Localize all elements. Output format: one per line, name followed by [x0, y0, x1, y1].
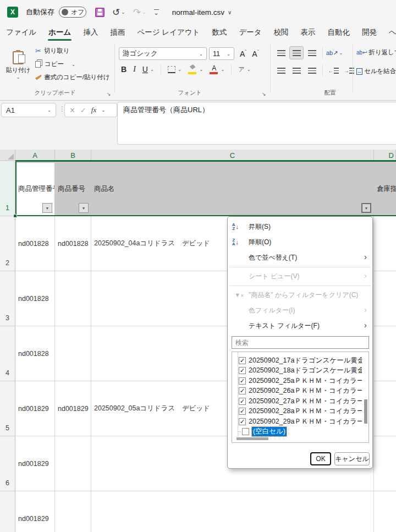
- tab-draw[interactable]: 描画: [104, 28, 131, 42]
- column-header-A[interactable]: A: [15, 150, 55, 161]
- cell-A6[interactable]: nd001829: [16, 436, 54, 491]
- copy-dropdown-icon[interactable]: ⌄: [72, 62, 75, 67]
- checkbox-checked-icon[interactable]: ✓: [239, 377, 246, 385]
- decrease-indent-button[interactable]: ←: [326, 64, 340, 77]
- borders-dropdown-icon[interactable]: ⌄: [178, 67, 182, 72]
- row-header-2[interactable]: 2: [0, 216, 15, 271]
- font-name-dropdown-icon[interactable]: ⌄: [199, 51, 203, 57]
- cell-A7[interactable]: nd001829: [16, 491, 54, 532]
- cell-A3[interactable]: nd001828: [16, 271, 54, 326]
- filter-item[interactable]: ✓ 20250902_17aドラゴンスケール黄金: [232, 355, 362, 366]
- font-dialog-launcher-icon[interactable]: ↘: [262, 91, 266, 97]
- align-center-button[interactable]: [289, 64, 304, 77]
- checkbox-checked-icon[interactable]: ✓: [239, 398, 246, 405]
- grow-font-button[interactable]: Aˆ: [240, 49, 246, 58]
- align-middle-button[interactable]: [289, 46, 304, 59]
- underline-button[interactable]: U: [142, 65, 148, 74]
- filter-button-A[interactable]: ▼: [42, 203, 52, 213]
- tab-data[interactable]: データ: [233, 28, 267, 42]
- align-right-button[interactable]: [305, 64, 319, 77]
- phonetic-guide-button[interactable]: ア: [238, 65, 244, 74]
- filter-item[interactable]: ✓ 20250902_26aＰＫＨＭ・コイカラー: [232, 386, 362, 396]
- checkbox-checked-icon[interactable]: ✓: [239, 418, 246, 425]
- enter-entry-icon[interactable]: ✓: [80, 106, 86, 114]
- checkbox-checked-icon[interactable]: ✓: [239, 387, 246, 394]
- filter-item[interactable]: ✓ 20250902_28aＰＫＨＭ・コイカラー: [232, 406, 362, 416]
- align-bottom-button[interactable]: [305, 46, 319, 59]
- fill-color-dropdown-icon[interactable]: ⌄: [199, 67, 203, 72]
- format-painter-button[interactable]: 書式のコピー/貼り付け: [35, 73, 110, 81]
- font-color-dropdown-icon[interactable]: ⌄: [221, 67, 224, 72]
- row-header-1[interactable]: 1: [0, 162, 15, 216]
- filter-item-blank-cells[interactable]: (空白セル): [232, 426, 362, 437]
- font-size-dropdown-icon[interactable]: ⌄: [227, 51, 230, 57]
- cancel-button[interactable]: キャンセル: [334, 452, 370, 465]
- filter-button-B[interactable]: ▼: [79, 203, 89, 213]
- cut-button[interactable]: ✂ 切り取り: [35, 47, 69, 55]
- tab-insert[interactable]: 挿入: [77, 28, 104, 42]
- merge-cells-button[interactable]: ↔ セルを結合し: [356, 67, 396, 75]
- paste-dropdown-icon[interactable]: ⌄: [16, 74, 20, 80]
- name-box[interactable]: A1 ⌄: [1, 103, 56, 117]
- filter-search-input[interactable]: [232, 336, 369, 349]
- document-title[interactable]: normal-item.csv: [172, 8, 224, 17]
- quick-access-customize-icon[interactable]: ⌄: [154, 9, 159, 15]
- cell-A2[interactable]: nd001828: [16, 216, 54, 271]
- menu-item-sort-descending[interactable]: ZA↓ 降順(O): [228, 234, 372, 250]
- row-header-6[interactable]: 6: [0, 436, 15, 491]
- clipboard-dialog-launcher-icon[interactable]: ↘: [107, 91, 111, 97]
- filter-button-C[interactable]: ▼: [361, 203, 371, 213]
- tab-help[interactable]: ヘルプ: [383, 28, 396, 42]
- tab-developer[interactable]: 開発: [356, 28, 383, 42]
- font-color-button[interactable]: A: [210, 64, 218, 74]
- shrink-font-button[interactable]: Aˇ: [252, 49, 258, 58]
- resize-grip-icon[interactable]: ⋱: [366, 462, 371, 468]
- increase-indent-button[interactable]: →: [342, 64, 356, 77]
- orientation-button[interactable]: ab↗: [326, 50, 338, 57]
- align-top-button[interactable]: [274, 46, 288, 59]
- tab-file[interactable]: ファイル: [0, 28, 42, 42]
- font-name-select[interactable]: 游ゴシック ⌄: [119, 47, 207, 60]
- filter-item[interactable]: ✓ 20250902_18aドラゴンスケール黄金: [232, 365, 362, 376]
- undo-dropdown-icon[interactable]: ⌄: [121, 9, 125, 15]
- menu-item-text-filter[interactable]: テキスト フィルター(F) ›: [228, 318, 372, 333]
- tab-formulas[interactable]: 数式: [206, 28, 233, 42]
- font-size-select[interactable]: 11 ⌄: [209, 47, 234, 60]
- phonetic-dropdown-icon[interactable]: ⌄: [247, 67, 251, 72]
- cell-A5[interactable]: nd001829: [16, 381, 54, 436]
- checkbox-unchecked-icon[interactable]: [242, 428, 249, 435]
- borders-button[interactable]: [168, 66, 175, 73]
- row-header-3[interactable]: 3: [0, 271, 15, 326]
- bold-button[interactable]: B: [121, 65, 127, 74]
- wrap-text-button[interactable]: ab↩ 折り返して全: [356, 48, 396, 57]
- column-header-D[interactable]: D: [374, 150, 396, 161]
- menu-item-sort-ascending[interactable]: AZ↓ 昇順(S): [228, 219, 372, 234]
- tab-review[interactable]: 校閲: [268, 28, 295, 42]
- filter-item[interactable]: ✓ 20250902_27aＰＫＨＭ・コイカラー: [232, 396, 362, 407]
- tab-view[interactable]: 表示: [295, 28, 322, 42]
- orientation-dropdown-icon[interactable]: ⌄: [339, 50, 343, 56]
- save-icon[interactable]: [95, 8, 105, 17]
- autosave-toggle[interactable]: オフ: [59, 7, 86, 18]
- ok-button[interactable]: OK: [310, 452, 331, 465]
- undo-button[interactable]: ↺ ⌄: [112, 7, 125, 18]
- column-header-B[interactable]: B: [55, 150, 91, 161]
- row-header-7[interactable]: 7: [0, 491, 15, 532]
- underline-dropdown-icon[interactable]: ⌄: [150, 67, 154, 72]
- select-all-corner[interactable]: [0, 150, 15, 161]
- filter-item[interactable]: ✓ 20250902_29aＰＫＨＭ・コイカラー: [232, 416, 362, 427]
- copy-button[interactable]: コピー ⌄: [35, 60, 75, 68]
- tab-page-layout[interactable]: ページ レイアウト: [131, 28, 206, 42]
- tab-home[interactable]: ホーム: [42, 28, 77, 42]
- cell-B2[interactable]: nd001828: [56, 216, 91, 271]
- formula-bar-input[interactable]: 商品管理番号（商品URL）: [117, 102, 396, 145]
- align-left-button[interactable]: [274, 64, 288, 77]
- name-box-dropdown-icon[interactable]: ⌄: [47, 107, 51, 113]
- row-header-5[interactable]: 5: [0, 381, 15, 436]
- cell-D1[interactable]: 倉庫指定: [375, 163, 396, 215]
- document-title-dropdown-icon[interactable]: ∨: [228, 9, 232, 15]
- cell-A4[interactable]: nd001828: [16, 326, 54, 381]
- list-vertical-scrollbar[interactable]: [364, 399, 367, 424]
- fill-color-button[interactable]: [188, 64, 197, 74]
- menu-item-sort-by-color[interactable]: 色で並べ替え(T) ›: [228, 250, 372, 265]
